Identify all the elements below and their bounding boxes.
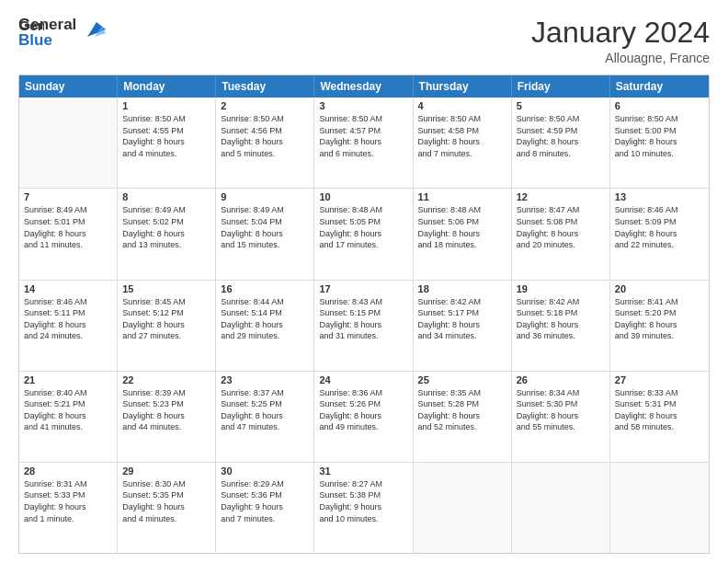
day-info: Sunrise: 8:27 AMSunset: 5:38 PMDaylight:… [319, 478, 407, 524]
day-number: 29 [122, 465, 210, 477]
calendar-cell: 14Sunrise: 8:46 AMSunset: 5:11 PMDayligh… [19, 281, 118, 371]
calendar-cell: 9Sunrise: 8:49 AMSunset: 5:04 PMDaylight… [216, 189, 314, 279]
calendar-cell: 18Sunrise: 8:42 AMSunset: 5:17 PMDayligh… [414, 281, 512, 371]
calendar-header: SundayMondayTuesdayWednesdayThursdayFrid… [19, 75, 709, 98]
day-info: Sunrise: 8:44 AMSunset: 5:14 PMDaylight:… [221, 296, 309, 342]
day-info: Sunrise: 8:31 AMSunset: 5:33 PMDaylight:… [24, 478, 112, 524]
day-info: Sunrise: 8:50 AMSunset: 4:58 PMDaylight:… [418, 113, 506, 159]
day-number: 6 [615, 100, 704, 111]
calendar-body: 1Sunrise: 8:50 AMSunset: 4:55 PMDaylight… [19, 98, 709, 553]
calendar-cell: 27Sunrise: 8:33 AMSunset: 5:31 PMDayligh… [610, 372, 709, 462]
day-info: Sunrise: 8:48 AMSunset: 5:06 PMDaylight:… [418, 204, 506, 250]
calendar-cell: 29Sunrise: 8:30 AMSunset: 5:35 PMDayligh… [118, 463, 216, 553]
calendar-cell: 31Sunrise: 8:27 AMSunset: 5:38 PMDayligh… [314, 463, 413, 553]
day-number: 10 [319, 191, 407, 202]
main-title: January 2024 [531, 17, 710, 49]
day-number: 14 [24, 283, 112, 294]
calendar-cell [414, 463, 512, 553]
day-number: 17 [319, 283, 407, 294]
day-number: 28 [24, 465, 112, 477]
day-number: 30 [221, 465, 309, 477]
day-info: Sunrise: 8:40 AMSunset: 5:21 PMDaylight:… [24, 387, 112, 433]
subtitle: Allouagne, France [531, 51, 710, 65]
calendar-cell: 22Sunrise: 8:39 AMSunset: 5:23 PMDayligh… [118, 372, 216, 462]
page: General January 2024 Allouagne, France S… [0, 0, 728, 563]
day-info: Sunrise: 8:45 AMSunset: 5:12 PMDaylight:… [122, 296, 210, 342]
day-number: 13 [615, 191, 704, 202]
calendar-cell: 15Sunrise: 8:45 AMSunset: 5:12 PMDayligh… [118, 281, 216, 371]
calendar-header-cell: Wednesday [314, 75, 413, 98]
calendar: SundayMondayTuesdayWednesdayThursdayFrid… [18, 75, 710, 554]
day-info: Sunrise: 8:33 AMSunset: 5:31 PMDaylight:… [615, 387, 704, 433]
day-number: 22 [122, 374, 210, 385]
day-number: 31 [319, 465, 407, 477]
day-info: Sunrise: 8:50 AMSunset: 4:59 PMDaylight:… [517, 113, 605, 159]
calendar-cell: 28Sunrise: 8:31 AMSunset: 5:33 PMDayligh… [19, 463, 118, 553]
day-info: Sunrise: 8:46 AMSunset: 5:09 PMDaylight:… [615, 204, 704, 250]
calendar-cell: 30Sunrise: 8:29 AMSunset: 5:36 PMDayligh… [216, 463, 314, 553]
calendar-week-row: 1Sunrise: 8:50 AMSunset: 4:55 PMDaylight… [19, 98, 709, 189]
day-info: Sunrise: 8:47 AMSunset: 5:08 PMDaylight:… [517, 204, 605, 250]
calendar-cell: 2Sunrise: 8:50 AMSunset: 4:56 PMDaylight… [216, 98, 314, 188]
day-info: Sunrise: 8:42 AMSunset: 5:17 PMDaylight:… [418, 296, 506, 342]
day-number: 7 [24, 191, 112, 202]
day-number: 15 [122, 283, 210, 294]
day-number: 5 [517, 100, 605, 111]
day-info: Sunrise: 8:50 AMSunset: 5:00 PMDaylight:… [615, 113, 704, 159]
calendar-cell: 6Sunrise: 8:50 AMSunset: 5:00 PMDaylight… [610, 98, 709, 188]
calendar-cell: 24Sunrise: 8:36 AMSunset: 5:26 PMDayligh… [314, 372, 413, 462]
day-number: 21 [24, 374, 112, 385]
calendar-cell [610, 463, 709, 553]
day-number: 16 [221, 283, 309, 294]
calendar-header-cell: Sunday [19, 75, 118, 98]
calendar-cell: 4Sunrise: 8:50 AMSunset: 4:58 PMDaylight… [414, 98, 512, 188]
calendar-cell [512, 463, 610, 553]
calendar-cell [19, 98, 118, 188]
title-area: January 2024 Allouagne, France [531, 17, 710, 65]
day-info: Sunrise: 8:49 AMSunset: 5:02 PMDaylight:… [122, 204, 210, 250]
day-number: 26 [517, 374, 605, 385]
day-number: 1 [122, 100, 210, 111]
day-info: Sunrise: 8:42 AMSunset: 5:18 PMDaylight:… [517, 296, 605, 342]
day-number: 12 [517, 191, 605, 202]
calendar-cell: 23Sunrise: 8:37 AMSunset: 5:25 PMDayligh… [216, 372, 314, 462]
calendar-cell: 11Sunrise: 8:48 AMSunset: 5:06 PMDayligh… [414, 189, 512, 279]
day-info: Sunrise: 8:29 AMSunset: 5:36 PMDaylight:… [221, 478, 309, 524]
day-info: Sunrise: 8:39 AMSunset: 5:23 PMDaylight:… [122, 387, 210, 433]
calendar-cell: 17Sunrise: 8:43 AMSunset: 5:15 PMDayligh… [314, 281, 413, 371]
calendar-cell: 1Sunrise: 8:50 AMSunset: 4:55 PMDaylight… [118, 98, 216, 188]
day-number: 20 [615, 283, 704, 294]
day-number: 25 [418, 374, 506, 385]
calendar-header-cell: Monday [118, 75, 216, 98]
day-info: Sunrise: 8:46 AMSunset: 5:11 PMDaylight:… [24, 296, 112, 342]
day-number: 19 [517, 283, 605, 294]
day-info: Sunrise: 8:50 AMSunset: 4:56 PMDaylight:… [221, 113, 309, 159]
day-info: Sunrise: 8:48 AMSunset: 5:05 PMDaylight:… [319, 204, 407, 250]
day-info: Sunrise: 8:43 AMSunset: 5:15 PMDaylight:… [319, 296, 407, 342]
day-info: Sunrise: 8:37 AMSunset: 5:25 PMDaylight:… [221, 387, 309, 433]
calendar-cell: 7Sunrise: 8:49 AMSunset: 5:01 PMDaylight… [19, 189, 118, 279]
calendar-week-row: 21Sunrise: 8:40 AMSunset: 5:21 PMDayligh… [19, 372, 709, 463]
calendar-cell: 5Sunrise: 8:50 AMSunset: 4:59 PMDaylight… [512, 98, 610, 188]
calendar-cell: 25Sunrise: 8:35 AMSunset: 5:28 PMDayligh… [414, 372, 512, 462]
day-number: 3 [319, 100, 407, 111]
day-info: Sunrise: 8:49 AMSunset: 5:04 PMDaylight:… [221, 204, 309, 250]
day-info: Sunrise: 8:41 AMSunset: 5:20 PMDaylight:… [615, 296, 704, 342]
header: General January 2024 Allouagne, France [18, 17, 710, 65]
calendar-cell: 3Sunrise: 8:50 AMSunset: 4:57 PMDaylight… [314, 98, 413, 188]
day-info: Sunrise: 8:49 AMSunset: 5:01 PMDaylight:… [24, 204, 112, 250]
day-number: 4 [418, 100, 506, 111]
calendar-week-row: 7Sunrise: 8:49 AMSunset: 5:01 PMDaylight… [19, 189, 709, 280]
day-info: Sunrise: 8:36 AMSunset: 5:26 PMDaylight:… [319, 387, 407, 433]
calendar-cell: 19Sunrise: 8:42 AMSunset: 5:18 PMDayligh… [512, 281, 610, 371]
day-number: 9 [221, 191, 309, 202]
calendar-cell: 8Sunrise: 8:49 AMSunset: 5:02 PMDaylight… [118, 189, 216, 279]
calendar-header-cell: Saturday [610, 75, 709, 98]
calendar-cell: 12Sunrise: 8:47 AMSunset: 5:08 PMDayligh… [512, 189, 610, 279]
calendar-header-cell: Thursday [414, 75, 512, 98]
day-number: 2 [221, 100, 309, 111]
day-info: Sunrise: 8:30 AMSunset: 5:35 PMDaylight:… [122, 478, 210, 524]
calendar-header-cell: Friday [512, 75, 610, 98]
day-info: Sunrise: 8:34 AMSunset: 5:30 PMDaylight:… [517, 387, 605, 433]
calendar-cell: 10Sunrise: 8:48 AMSunset: 5:05 PMDayligh… [314, 189, 413, 279]
